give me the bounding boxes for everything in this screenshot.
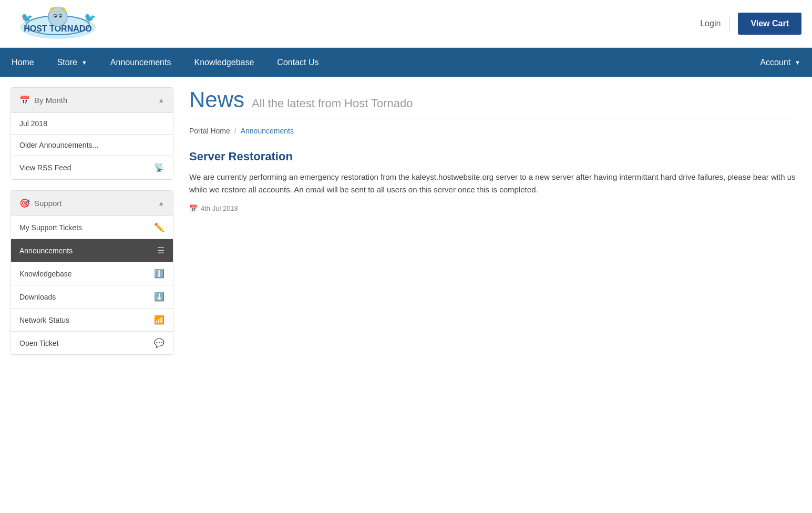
rss-label: View RSS Feed	[19, 163, 154, 172]
nav-bar: Home Store ▼ Announcements Knowledgebase…	[0, 48, 812, 77]
sidebar-item-jul2018[interactable]: Jul 2018	[11, 113, 173, 135]
by-month-header[interactable]: 📅 By Month ▲	[11, 88, 173, 113]
announcements-label: Announcements	[19, 247, 157, 255]
nav-knowledgebase[interactable]: Knowledgebase	[182, 48, 265, 77]
support-icon: 🎯	[19, 198, 30, 208]
account-dropdown-icon: ▼	[795, 59, 800, 66]
content-area: News All the latest from Host Tornado Po…	[184, 87, 801, 212]
breadcrumb-portal-home[interactable]: Portal Home	[189, 127, 230, 135]
nav-home[interactable]: Home	[0, 48, 46, 77]
by-month-label: By Month	[34, 96, 67, 105]
sidebar: 📅 By Month ▲ Jul 2018 Older Announcement…	[11, 87, 173, 366]
list-icon: ☰	[157, 245, 165, 255]
main-layout: 📅 By Month ▲ Jul 2018 Older Announcement…	[0, 77, 812, 376]
announcement-date: 📅 4th Jul 2018	[189, 204, 796, 212]
nav-contact-label: Contact Us	[277, 58, 318, 67]
by-month-chevron: ▲	[158, 96, 165, 104]
svg-point-9	[60, 16, 61, 17]
calendar-icon: 📅	[19, 95, 30, 105]
nav-account[interactable]: Account ▼	[748, 48, 812, 77]
signal-icon: 📶	[154, 315, 165, 325]
download-icon: ⬇️	[154, 292, 165, 302]
announcement-title: Server Restoration	[189, 150, 796, 163]
support-label: Support	[34, 199, 62, 208]
support-section: 🎯 Support ▲ My Support Tickets ✏️ Announ…	[11, 190, 173, 355]
view-cart-button[interactable]: View Cart	[738, 13, 801, 35]
nav-account-label: Account	[760, 58, 790, 67]
date-calendar-icon: 📅	[189, 204, 198, 212]
sidebar-item-open-ticket[interactable]: Open Ticket 💬	[11, 332, 173, 355]
sidebar-item-knowledgebase[interactable]: Knowledgebase ℹ️	[11, 262, 173, 285]
open-ticket-label: Open Ticket	[19, 339, 154, 347]
header-divider	[729, 16, 729, 32]
sidebar-item-older[interactable]: Older Announcements...	[11, 135, 173, 156]
rss-icon: 📡	[154, 162, 165, 172]
nav-store-label: Store	[57, 58, 77, 67]
news-title-row: News All the latest from Host Tornado	[189, 87, 796, 112]
sidebar-item-rss[interactable]: View RSS Feed 📡	[11, 156, 173, 179]
nav-store[interactable]: Store ▼	[46, 48, 99, 77]
sidebar-item-downloads[interactable]: Downloads ⬇️	[11, 285, 173, 309]
by-month-header-left: 📅 By Month	[19, 95, 67, 105]
announcement-body: We are currently performing an emergency…	[189, 171, 796, 196]
nav-knowledgebase-label: Knowledgebase	[194, 58, 254, 67]
tickets-label: My Support Tickets	[19, 223, 154, 232]
sidebar-item-announcements[interactable]: Announcements ☰	[11, 239, 173, 262]
header: HOST TORNADO 🐦 🐦 Login View Cart	[0, 0, 812, 48]
ticket-icon: ✏️	[154, 222, 165, 232]
svg-text:🐦: 🐦	[84, 12, 96, 24]
nav-spacer	[330, 48, 748, 77]
comment-icon: 💬	[154, 338, 165, 348]
sidebar-item-network-status[interactable]: Network Status 📶	[11, 309, 173, 332]
logo-image: HOST TORNADO 🐦 🐦	[11, 5, 105, 42]
store-dropdown-icon: ▼	[81, 59, 87, 66]
date-text: 4th Jul 2018	[201, 204, 238, 212]
info-icon: ℹ️	[154, 269, 165, 279]
network-status-label: Network Status	[19, 316, 154, 324]
support-header[interactable]: 🎯 Support ▲	[11, 191, 173, 216]
svg-point-8	[55, 16, 56, 17]
svg-text:🐦: 🐦	[21, 12, 33, 24]
news-heading: News	[189, 87, 244, 112]
content-divider	[189, 119, 796, 119]
nav-announcements[interactable]: Announcements	[99, 48, 183, 77]
support-chevron: ▲	[158, 199, 165, 207]
support-header-left: 🎯 Support	[19, 198, 62, 208]
nav-contact[interactable]: Contact Us	[265, 48, 330, 77]
news-subtitle: All the latest from Host Tornado	[252, 97, 413, 110]
breadcrumb: Portal Home / Announcements	[189, 127, 796, 135]
nav-announcements-label: Announcements	[110, 58, 171, 67]
header-right: Login View Cart	[700, 13, 801, 35]
breadcrumb-current: Announcements	[241, 127, 294, 135]
logo: HOST TORNADO 🐦 🐦	[11, 5, 105, 42]
by-month-section: 📅 By Month ▲ Jul 2018 Older Announcement…	[11, 87, 173, 180]
older-label: Older Announcements...	[19, 141, 165, 149]
breadcrumb-separator: /	[234, 127, 237, 135]
knowledgebase-label: Knowledgebase	[19, 270, 154, 278]
login-link[interactable]: Login	[700, 19, 721, 28]
downloads-label: Downloads	[19, 293, 154, 301]
nav-home-label: Home	[12, 58, 34, 67]
jul2018-label: Jul 2018	[19, 119, 165, 128]
sidebar-item-tickets[interactable]: My Support Tickets ✏️	[11, 216, 173, 239]
